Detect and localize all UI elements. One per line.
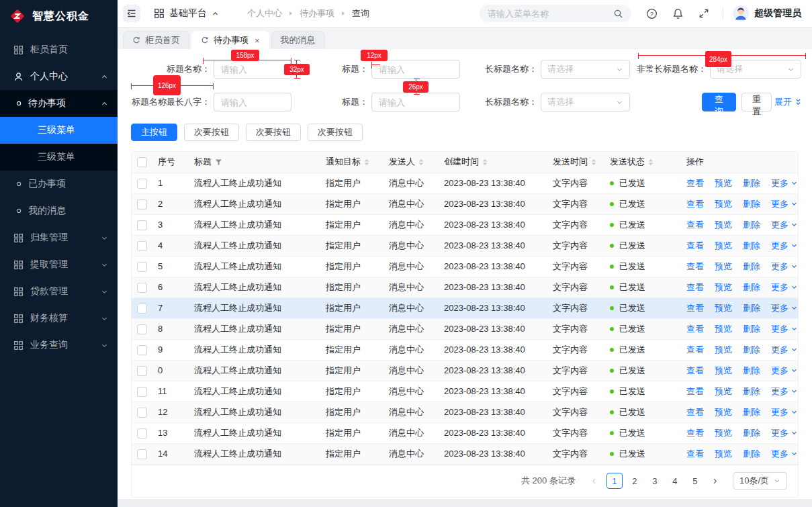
action-0[interactable]: 查看 bbox=[686, 219, 704, 231]
sidebar-item-5[interactable]: 已办事项 bbox=[0, 171, 118, 197]
action-0[interactable]: 查看 bbox=[686, 302, 704, 314]
row-checkbox[interactable] bbox=[137, 283, 147, 293]
sidebar-item-0[interactable]: 柜员首页 bbox=[0, 36, 118, 63]
action-2[interactable]: 删除 bbox=[743, 177, 760, 189]
action-1[interactable]: 预览 bbox=[715, 281, 732, 293]
column-header-title[interactable]: 标题 bbox=[189, 152, 320, 173]
tab-0[interactable]: 柜员首页 bbox=[123, 31, 189, 49]
row-checkbox[interactable] bbox=[137, 387, 147, 397]
column-header-created[interactable]: 创建时间 bbox=[439, 152, 547, 173]
pagination-next-button[interactable] bbox=[707, 473, 723, 489]
action-3[interactable]: 更多 bbox=[771, 448, 798, 460]
filter-input[interactable] bbox=[214, 93, 291, 111]
sidebar-item-4[interactable]: 三级菜单 bbox=[0, 144, 118, 171]
action-0[interactable]: 查看 bbox=[686, 323, 704, 335]
fullscreen-icon[interactable] bbox=[698, 8, 709, 19]
action-3[interactable]: 更多 bbox=[771, 281, 798, 293]
action-2[interactable]: 删除 bbox=[743, 261, 760, 273]
action-1[interactable]: 预览 bbox=[715, 177, 732, 189]
action-1[interactable]: 预览 bbox=[715, 198, 732, 210]
platform-switcher[interactable]: 基础平台 bbox=[154, 7, 219, 19]
action-0[interactable]: 查看 bbox=[686, 385, 704, 398]
action-3[interactable]: 更多 bbox=[771, 406, 798, 418]
action-3[interactable]: 更多 bbox=[771, 219, 798, 231]
row-checkbox[interactable] bbox=[137, 449, 147, 459]
sidebar-item-6[interactable]: 我的消息 bbox=[0, 197, 118, 224]
action-3[interactable]: 更多 bbox=[771, 302, 798, 314]
action-3[interactable]: 更多 bbox=[771, 198, 798, 210]
action-0[interactable]: 查看 bbox=[686, 177, 704, 189]
action-1[interactable]: 预览 bbox=[715, 448, 732, 460]
action-0[interactable]: 查看 bbox=[686, 406, 704, 418]
tab-close-icon[interactable]: × bbox=[255, 36, 260, 46]
action-0[interactable]: 查看 bbox=[686, 344, 704, 356]
action-2[interactable]: 删除 bbox=[743, 427, 760, 439]
row-checkbox[interactable] bbox=[137, 220, 147, 230]
row-checkbox[interactable] bbox=[137, 262, 147, 272]
user-menu[interactable]: 超级管理员 bbox=[733, 5, 801, 21]
sort-carets-icon[interactable] bbox=[364, 158, 369, 166]
sidebar-item-9[interactable]: 贷款管理 bbox=[0, 278, 118, 305]
tab-1[interactable]: 待办事项× bbox=[191, 31, 269, 49]
row-checkbox[interactable] bbox=[137, 199, 147, 210]
pagination-page-3[interactable]: 3 bbox=[647, 473, 663, 489]
action-2[interactable]: 删除 bbox=[743, 281, 760, 293]
secondary-button-1[interactable]: 次要按钮 bbox=[184, 124, 239, 141]
reset-button[interactable]: 重置 bbox=[741, 93, 772, 111]
row-checkbox[interactable] bbox=[137, 345, 147, 355]
breadcrumb-item[interactable]: 待办事项 bbox=[300, 7, 334, 19]
pagination-page-2[interactable]: 2 bbox=[627, 473, 643, 489]
sidebar-item-7[interactable]: 归集管理 bbox=[0, 224, 118, 251]
action-2[interactable]: 删除 bbox=[743, 385, 760, 398]
action-3[interactable]: 更多 bbox=[771, 323, 798, 335]
action-1[interactable]: 预览 bbox=[715, 427, 732, 439]
action-2[interactable]: 删除 bbox=[743, 406, 760, 418]
pagination-prev-button[interactable] bbox=[586, 473, 602, 489]
row-checkbox[interactable] bbox=[137, 179, 147, 189]
row-checkbox[interactable] bbox=[137, 241, 147, 251]
action-1[interactable]: 预览 bbox=[715, 365, 732, 377]
primary-button[interactable]: 主按钮 bbox=[131, 124, 177, 141]
sort-carets-icon[interactable] bbox=[418, 158, 424, 166]
sort-carets-icon[interactable] bbox=[648, 158, 653, 166]
row-checkbox[interactable] bbox=[137, 366, 147, 376]
action-0[interactable]: 查看 bbox=[686, 365, 704, 377]
row-checkbox[interactable] bbox=[137, 408, 147, 418]
notifications-bell-icon[interactable] bbox=[672, 8, 684, 19]
sidebar-item-11[interactable]: 业务查询 bbox=[0, 332, 118, 359]
pagination-page-1[interactable]: 1 bbox=[606, 473, 623, 489]
row-checkbox[interactable] bbox=[137, 428, 147, 439]
action-3[interactable]: 更多 bbox=[771, 385, 798, 398]
action-1[interactable]: 预览 bbox=[715, 240, 732, 252]
expand-link[interactable]: 展开 bbox=[774, 96, 802, 108]
action-1[interactable]: 预览 bbox=[715, 219, 732, 231]
action-3[interactable]: 更多 bbox=[771, 344, 798, 356]
action-2[interactable]: 删除 bbox=[743, 198, 760, 210]
column-header-target[interactable]: 通知目标 bbox=[320, 152, 384, 173]
action-2[interactable]: 删除 bbox=[743, 323, 760, 335]
action-2[interactable]: 删除 bbox=[743, 365, 760, 377]
action-3[interactable]: 更多 bbox=[771, 365, 798, 377]
action-2[interactable]: 删除 bbox=[743, 448, 760, 460]
filter-input[interactable] bbox=[214, 60, 291, 79]
sidebar-item-3[interactable]: 三级菜单 bbox=[0, 117, 118, 144]
action-0[interactable]: 查看 bbox=[686, 448, 704, 460]
filter-select[interactable]: 请选择 bbox=[710, 60, 801, 79]
search-icon[interactable] bbox=[613, 9, 623, 19]
action-0[interactable]: 查看 bbox=[686, 198, 704, 210]
sidebar-item-8[interactable]: 提取管理 bbox=[0, 251, 118, 278]
action-1[interactable]: 预览 bbox=[715, 344, 732, 356]
action-2[interactable]: 删除 bbox=[743, 302, 760, 314]
action-3[interactable]: 更多 bbox=[771, 261, 798, 273]
column-header-status[interactable]: 发送状态 bbox=[604, 152, 681, 173]
action-2[interactable]: 删除 bbox=[743, 240, 760, 252]
menu-search-input[interactable] bbox=[488, 9, 608, 19]
select-all-checkbox[interactable] bbox=[137, 157, 147, 167]
secondary-button-2[interactable]: 次要按钮 bbox=[246, 124, 301, 141]
sort-carets-icon[interactable] bbox=[482, 158, 488, 166]
action-3[interactable]: 更多 bbox=[771, 427, 798, 439]
page-size-select[interactable]: 10条/页 bbox=[733, 472, 787, 490]
search-button[interactable]: 查询 bbox=[702, 93, 736, 111]
action-0[interactable]: 查看 bbox=[686, 427, 704, 439]
secondary-button-3[interactable]: 次要按钮 bbox=[308, 124, 363, 141]
